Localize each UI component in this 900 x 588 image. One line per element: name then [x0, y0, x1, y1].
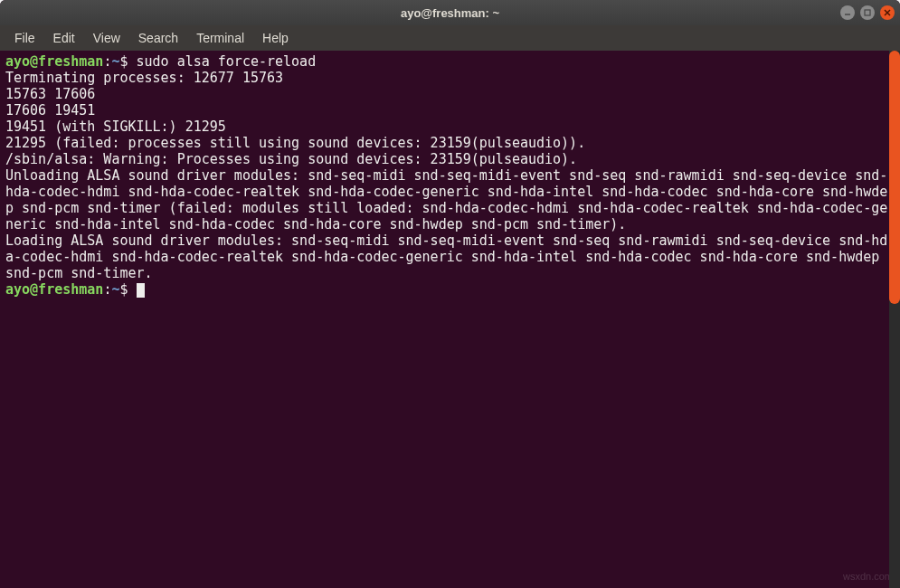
scrollbar-thumb[interactable] [889, 51, 900, 304]
prompt-symbol: $ [119, 53, 128, 70]
scrollbar[interactable] [889, 51, 900, 588]
menu-file[interactable]: File [5, 27, 44, 49]
output-line: Terminating processes: 12677 15763 [5, 70, 283, 86]
window-controls [840, 5, 895, 20]
maximize-button[interactable] [860, 5, 875, 20]
terminal-body[interactable]: ayo@freshman:~$ sudo alsa force-reload T… [0, 51, 900, 588]
output-line: Loading ALSA sound driver modules: snd-s… [5, 232, 887, 281]
output-line: Unloading ALSA sound driver modules: snd… [5, 167, 887, 232]
output-line: 15763 17606 [5, 86, 95, 102]
prompt-user-host: ayo@freshman [5, 53, 103, 70]
window-title: ayo@freshman: ~ [401, 6, 499, 20]
output-line: /sbin/alsa: Warning: Processes using sou… [5, 151, 577, 167]
output-line: 21295 (failed: processes still using sou… [5, 135, 585, 151]
menubar: File Edit View Search Terminal Help [0, 25, 900, 51]
prompt-symbol: $ [119, 281, 128, 298]
entered-command: sudo alsa force-reload [137, 53, 317, 70]
menu-edit[interactable]: Edit [44, 27, 84, 49]
minimize-button[interactable] [840, 5, 855, 20]
terminal-window: ayo@freshman: ~ File Edit View Search Te… [0, 0, 900, 588]
titlebar[interactable]: ayo@freshman: ~ [0, 0, 900, 25]
svg-rect-1 [865, 10, 870, 15]
menu-search[interactable]: Search [129, 27, 187, 49]
menu-terminal[interactable]: Terminal [187, 27, 253, 49]
close-button[interactable] [880, 5, 895, 20]
output-line: 19451 (with SIGKILL:) 21295 [5, 119, 226, 135]
menu-help[interactable]: Help [253, 27, 298, 49]
watermark: wsxdn.com [843, 568, 893, 584]
menu-view[interactable]: View [84, 27, 129, 49]
prompt-user-host: ayo@freshman [5, 281, 103, 298]
output-line: 17606 19451 [5, 102, 95, 119]
cursor [137, 283, 145, 298]
